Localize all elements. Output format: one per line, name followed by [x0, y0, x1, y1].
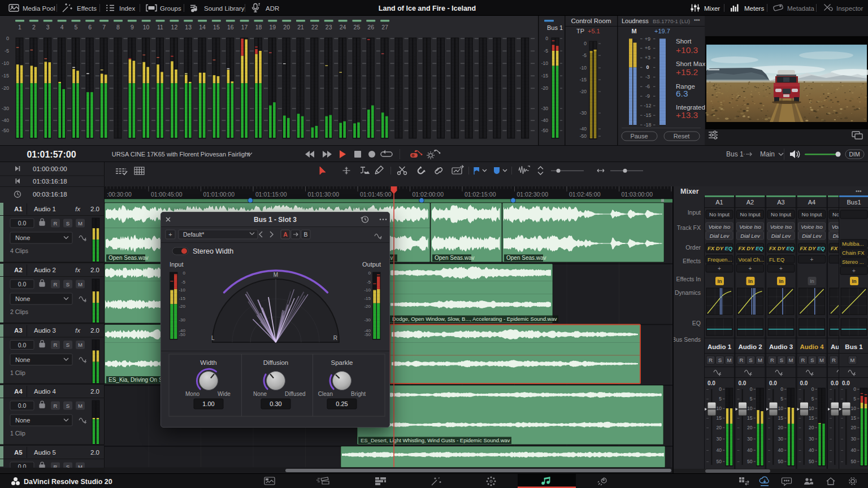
svg-text:ADR: ADR	[266, 5, 279, 12]
svg-text:-5: -5	[544, 48, 548, 54]
svg-text:0.30: 0.30	[270, 400, 281, 407]
svg-text:R: R	[333, 335, 337, 341]
svg-text:-5: -5	[5, 48, 9, 54]
svg-text:01:01:15:00: 01:01:15:00	[255, 191, 287, 198]
svg-text:R: R	[709, 357, 713, 363]
svg-text:0.0: 0.0	[18, 402, 27, 409]
svg-text:TP: TP	[576, 28, 584, 34]
svg-text:+: +	[810, 256, 814, 263]
svg-text:6.3: 6.3	[676, 89, 688, 98]
svg-text:1: 1	[18, 24, 21, 30]
svg-text:12: 12	[171, 24, 178, 30]
svg-text:11: 11	[157, 24, 163, 30]
svg-text:01:00:45:00: 01:00:45:00	[151, 191, 183, 198]
svg-text:Input: Input	[688, 209, 701, 216]
svg-text:0: 0	[6, 36, 9, 41]
svg-text:S: S	[749, 357, 752, 363]
svg-text:A3: A3	[14, 327, 23, 334]
svg-text:M: M	[758, 357, 762, 363]
svg-text:In: In	[718, 278, 722, 284]
svg-text:5: 5	[780, 396, 783, 402]
svg-text:40: 40	[778, 447, 784, 453]
svg-text:20: 20	[283, 24, 290, 30]
svg-text:30: 30	[717, 436, 722, 442]
svg-text:Order: Order	[685, 244, 701, 251]
svg-text:Dial Lev: Dial Lev	[802, 233, 822, 239]
svg-text:A5: A5	[14, 449, 23, 456]
svg-text:None: None	[15, 234, 30, 241]
svg-text:0.0: 0.0	[842, 380, 850, 386]
svg-text:+: +	[852, 268, 856, 274]
svg-text:Stereo Width: Stereo Width	[193, 247, 233, 255]
svg-text:None: None	[253, 391, 267, 397]
svg-text:-9: -9	[645, 93, 650, 99]
svg-text:Voice Iso: Voice Iso	[770, 224, 792, 230]
svg-text:13: 13	[185, 24, 192, 30]
svg-text:2: 2	[32, 24, 36, 30]
svg-text:R: R	[801, 357, 805, 363]
svg-text:-15: -15	[644, 112, 651, 118]
svg-text:Mono: Mono	[185, 391, 199, 397]
svg-text:50: 50	[851, 459, 857, 464]
svg-text:27: 27	[381, 24, 388, 30]
svg-text:Land of Ice and Fire - Iceland: Land of Ice and Fire - Iceland	[379, 5, 476, 12]
svg-text:In: In	[810, 278, 814, 284]
svg-text:S: S	[66, 403, 70, 409]
svg-text:Audio 1: Audio 1	[34, 206, 56, 212]
svg-text:30: 30	[851, 436, 857, 442]
svg-text:+6: +6	[645, 45, 650, 51]
svg-text:50: 50	[778, 459, 784, 464]
svg-text:+15.2: +15.2	[676, 67, 698, 77]
svg-text:•••: •••	[856, 188, 862, 194]
svg-text::00:30:00: :00:30:00	[107, 191, 132, 198]
svg-text:3: 3	[46, 24, 50, 30]
svg-text:01:03:16:18: 01:03:16:18	[33, 178, 67, 185]
svg-text:5: 5	[750, 396, 753, 402]
svg-text:Voice Iso: Voice Iso	[801, 224, 823, 230]
svg-text:0.0: 0.0	[831, 380, 839, 386]
svg-text:Voice Iso: Voice Iso	[709, 224, 731, 230]
svg-text:Wide: Wide	[218, 391, 231, 397]
svg-text:Track FX: Track FX	[677, 224, 701, 231]
svg-text:R: R	[54, 281, 58, 287]
svg-text:2.0: 2.0	[90, 449, 99, 456]
svg-text:-5: -5	[367, 280, 371, 285]
svg-text:-20: -20	[541, 85, 549, 91]
svg-text:S: S	[66, 342, 70, 348]
svg-text:Chain FX: Chain FX	[842, 250, 865, 256]
svg-text:15: 15	[809, 415, 814, 421]
svg-text:01:01:00:00: 01:01:00:00	[203, 191, 235, 198]
svg-text:0: 0	[646, 64, 649, 70]
svg-text:R: R	[54, 220, 58, 226]
svg-text:0.0: 0.0	[18, 463, 27, 468]
svg-text:Reset: Reset	[674, 133, 690, 140]
svg-text:M: M	[78, 464, 83, 468]
svg-text:20: 20	[747, 425, 753, 430]
svg-text:0.0: 0.0	[708, 380, 715, 386]
svg-text:0: 0	[545, 36, 548, 41]
svg-text:M: M	[78, 342, 83, 348]
svg-text:FX DY EQ: FX DY EQ	[739, 245, 764, 251]
svg-text:Mixer: Mixer	[704, 5, 720, 12]
svg-text:URSA CINE 17K65 with Florent P: URSA CINE 17K65 with Florent Piovesan Fa…	[112, 151, 250, 158]
svg-text:Short: Short	[676, 38, 692, 45]
svg-text:0: 0	[750, 386, 753, 392]
svg-text:Stereo ...: Stereo ...	[842, 259, 864, 265]
svg-text:Dial Lev: Dial Lev	[771, 233, 792, 239]
svg-text:M: M	[78, 220, 83, 226]
svg-text:15: 15	[213, 24, 220, 30]
svg-text:Dynamics: Dynamics	[675, 289, 701, 296]
svg-text:Vocal Ch...: Vocal Ch...	[739, 256, 765, 263]
svg-text:Dodge, Open Window, Slow, B...: Dodge, Open Window, Slow, B..., Accelera…	[392, 316, 557, 322]
svg-text:0: 0	[780, 386, 783, 392]
svg-text:R: R	[54, 403, 58, 409]
svg-text:M: M	[850, 357, 855, 363]
svg-text:FX DY EQ: FX DY EQ	[800, 245, 826, 251]
svg-text:A1: A1	[14, 206, 23, 212]
svg-text:No Input: No Input	[802, 211, 822, 217]
svg-text:No Input: No Input	[740, 211, 761, 217]
svg-text:20: 20	[851, 425, 857, 430]
svg-text:Media Pool: Media Pool	[23, 5, 55, 12]
svg-text:0: 0	[183, 271, 186, 276]
svg-text:A: A	[283, 231, 288, 238]
